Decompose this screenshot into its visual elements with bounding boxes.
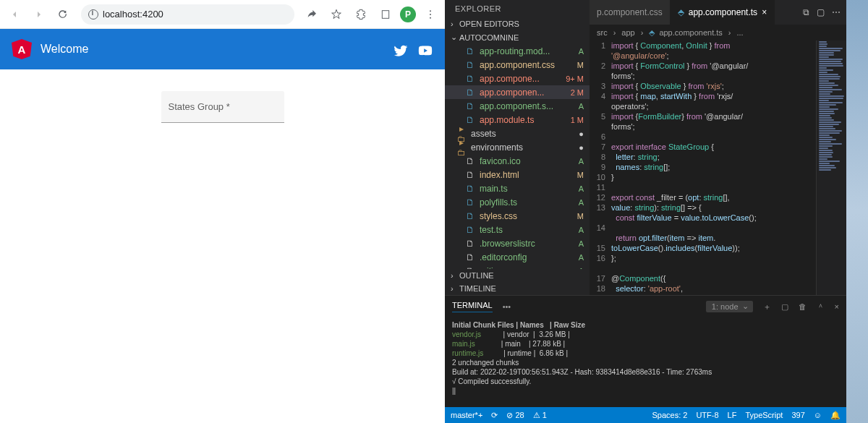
open-editors-section[interactable]: OPEN EDITORS [445,17,590,30]
address-bar[interactable]: localhost:4200 [81,4,294,25]
editor-tabs: p.component.css ⬘app.component.ts× ⧉ ▢ ⋯ [590,0,846,25]
terminal-output[interactable]: Initial Chunk Files | Names | Raw Sizeve… [445,317,846,407]
nav-forward-icon[interactable] [29,4,49,25]
file-tree-item[interactable]: 🗋test.tsA [445,223,590,236]
profile-avatar[interactable]: P [400,7,416,22]
twitter-icon[interactable] [393,43,409,56]
code-editor[interactable]: 1234567891011121314151617181920212223 im… [590,40,846,295]
file-tree-item[interactable]: 🗋main.tsA [445,181,590,195]
nav-back-icon[interactable] [4,4,25,25]
states-group-input[interactable]: States Group * [161,91,284,123]
new-terminal-icon[interactable]: ＋ [763,302,771,312]
file-icon: 🗋 [465,46,475,56]
youtube-icon[interactable] [417,43,433,56]
git-status: ● [579,143,584,152]
more-icon[interactable]: ⋯ [832,7,841,17]
browser-window: localhost:4200 P A Welcome States Group … [0,0,445,423]
project-section[interactable]: AUTOCOMNINE [445,30,590,44]
reload-icon[interactable] [54,4,74,25]
breadcrumb[interactable]: src app ⬘app.component.ts ... [590,25,846,40]
file-tree-item[interactable]: 🗋styles.cssM [445,209,590,223]
close-panel-icon[interactable]: × [835,302,839,311]
terminal-selector[interactable]: 1: node [706,301,753,312]
notifications-icon[interactable]: 🔔 [830,411,841,420]
site-info-icon[interactable] [88,9,98,20]
eol-indicator[interactable]: LF [728,411,737,419]
file-icon: 🗋 [465,211,475,221]
git-status: A [579,157,584,166]
language-indicator[interactable]: TypeScript [745,411,783,419]
outline-section[interactable]: OUTLINE [445,269,590,282]
file-tree-item[interactable]: ▸ 🗀environments● [445,140,590,154]
file-name: assets [471,129,574,139]
feedback-icon[interactable]: ☺ [814,411,822,419]
terminal-tab[interactable]: TERMINAL [452,301,493,312]
file-icon: 🗋 [465,184,475,194]
reading-list-icon[interactable] [375,4,396,25]
tab-ts[interactable]: ⬘app.component.ts× [671,0,775,25]
file-name: app.compone... [480,74,561,84]
kebab-icon[interactable] [420,4,441,25]
file-tree-item[interactable]: 🗋app.component.cssM [445,58,590,72]
file-tree-item[interactable]: 🗋polyfills.tsA [445,195,590,209]
status-bar: master*+ ⟳ ⊘ 28 ⚠ 1 Spaces: 2 UTF-8 LF T… [445,407,846,423]
page-body: States Group * [0,69,445,423]
split-terminal-icon[interactable]: ▢ [781,302,788,312]
file-icon: 🗋 [465,60,475,70]
git-status: A [579,198,584,207]
git-status: M [577,171,584,179]
file-name: favicon.ico [480,156,574,166]
timeline-section[interactable]: TIMELINE [445,282,590,295]
sync-icon[interactable]: ⟳ [491,411,498,420]
compare-icon[interactable]: ⧉ [803,7,809,17]
svg-point-2 [430,14,431,15]
minimap[interactable] [816,40,846,295]
file-name: app.component.s... [480,101,574,111]
errors-indicator[interactable]: ⊘ 28 [506,411,524,420]
spaces-indicator[interactable]: Spaces: 2 [652,411,688,419]
maximize-icon[interactable]: ＾ [817,302,825,312]
close-icon[interactable]: × [762,7,767,17]
encoding-indicator[interactable]: UTF-8 [696,411,718,419]
split-icon[interactable]: ▢ [817,7,825,17]
file-tree-item[interactable]: 🗋app.compone...9+ M [445,72,590,85]
warnings-indicator[interactable]: ⚠ 1 [533,411,547,420]
vscode-window: EXPLORER OPEN EDITORS AUTOCOMNINE 🗋app-r… [445,0,846,423]
file-tree-item[interactable]: 🗋index.htmlM [445,168,590,181]
file-name: app.component.css [480,60,573,70]
git-status: 9+ M [566,74,584,83]
git-branch[interactable]: master*+ [451,411,482,419]
file-tree-item[interactable]: ▸ 🗀assets● [445,127,590,140]
share-icon[interactable] [302,4,322,25]
url-text: localhost:4200 [103,9,163,20]
file-tree-item[interactable]: 🗋app-routing.mod...A [445,44,590,58]
svg-point-3 [430,17,431,18]
desktop-wallpaper [846,0,868,423]
git-status: A [579,184,584,193]
file-icon: 🗋 [465,87,475,98]
file-tree-item[interactable]: 🗋.gitignoreA [445,264,590,269]
trash-icon[interactable]: 🗑 [799,302,807,311]
line-col-indicator[interactable]: 397 [791,411,804,419]
file-tree-item[interactable]: 🗋favicon.icoA [445,154,590,168]
git-status: A [579,239,584,248]
file-tree-item[interactable]: 🗋.editorconfigA [445,250,590,264]
terminal-overflow-icon[interactable]: ••• [503,302,511,311]
svg-rect-0 [382,10,388,18]
tab-css[interactable]: p.component.css [590,0,671,25]
file-tree-item[interactable]: 🗋app.component.s...A [445,99,590,113]
file-tree-item[interactable]: 🗋.browserslistrcA [445,236,590,250]
extensions-icon[interactable] [351,4,371,25]
git-status: 1 M [571,116,584,124]
angular-logo-icon: A [12,39,32,59]
file-tree-item[interactable]: 🗋app.module.ts1 M [445,113,590,127]
star-icon[interactable] [326,4,346,25]
file-name: app.componen... [480,87,566,98]
file-icon: 🗋 [465,170,475,180]
input-label: States Group * [169,101,230,112]
git-status: M [577,61,584,69]
file-icon: 🗋 [465,197,475,208]
file-tree-item[interactable]: 🗋app.componen...2 M [445,85,590,99]
file-name: styles.css [480,211,573,221]
file-icon: 🗋 [465,101,475,111]
